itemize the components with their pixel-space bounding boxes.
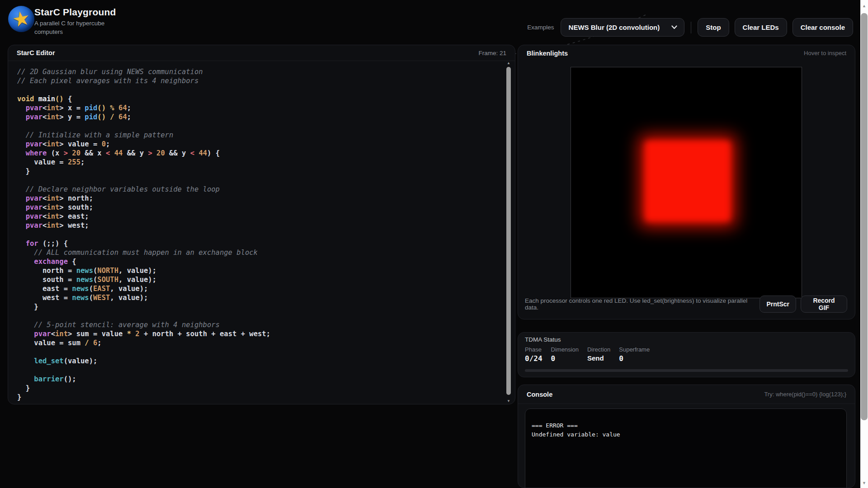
code-line [17,366,515,375]
tdma-progress-bar [525,369,848,372]
code-line: pvar<int> east; [17,212,515,221]
clear-console-button[interactable]: Clear console [793,18,853,37]
console-output[interactable]: === ERROR ===Undefined variable: value [525,408,847,488]
console-try-hint: Try: where(pid()==0) {log(123);} [764,391,846,398]
code-line: west = news(WEST, value); [17,293,515,302]
blinkenlights-title: Blinkenlights [527,50,568,57]
stop-button[interactable]: Stop [698,18,729,37]
code-line [17,176,515,185]
tdma-stat-label: Superframe [619,346,650,353]
tdma-stat-dimension: Dimension0 [551,346,579,363]
clear-leds-button[interactable]: Clear LEDs [735,18,787,37]
code-line: pvar<int> north; [17,194,515,203]
code-line [17,85,515,94]
code-line: pvar<int> west; [17,221,515,230]
code-line: south = news(SOUTH, value); [17,275,515,284]
app-header: ★ StarC Playground A parallel C for hype… [0,0,868,45]
examples-dropdown-value: NEWS Blur (2D convolution) [569,23,660,31]
tdma-stats: Phase0/24Dimension0DirectionSendSuperfra… [525,346,650,363]
page-scrollbar-thumb[interactable] [861,13,868,420]
code-line: pvar<int> south; [17,203,515,212]
code-line: } [17,384,515,393]
code-line: } [17,393,515,402]
code-line [17,311,515,320]
tdma-stat-value: 0 [619,354,650,363]
examples-dropdown[interactable]: NEWS Blur (2D convolution) [561,18,685,37]
led-caption: Each processor controls one red LED. Use… [525,297,760,311]
scroll-up-arrow-icon[interactable]: ▲ [506,61,511,65]
star-icon: ★ [10,7,32,30]
editor-panel: StarC Editor Frame: 21 // 2D Gaussian bl… [8,45,515,404]
code-line: led_set(value); [17,357,515,366]
console-panel: Console Try: where(pid()==0) {log(123);}… [518,385,855,488]
console-line: === ERROR === [532,421,840,430]
code-line: exchange { [17,257,515,266]
tdma-stat-label: Direction [587,346,610,353]
code-line: } [17,167,515,176]
tdma-stat-value: Send [587,354,610,362]
tdma-stat-phase: Phase0/24 [525,346,542,363]
code-line [17,347,515,357]
code-line: value = 255; [17,158,515,167]
editor-title: StarC Editor [17,49,55,56]
code-editor[interactable]: // 2D Gaussian blur using NEWS communica… [8,61,515,404]
code-line: pvar<int> y = pid() / 64; [17,113,515,122]
console-title: Console [527,391,552,398]
toolbar-divider [691,22,691,33]
console-header: Console Try: where(pid()==0) {log(123);} [518,385,855,404]
code-line: // Declare neighbor variables outside th… [17,185,515,194]
hover-to-inspect-hint: Hover to inspect [804,50,846,56]
tdma-stat-value: 0 [551,354,579,363]
console-line: Undefined variable: value [532,430,840,439]
record-gif-button[interactable]: Record GIF [801,296,847,313]
scroll-down-arrow-icon[interactable]: ▼ [506,399,511,403]
code-line: barrier(); [17,375,515,384]
tdma-stat-value: 0/24 [525,354,542,363]
code-line [17,122,515,131]
code-line: // ALL communication must happen in an e… [17,248,515,257]
app-logo: ★ [8,6,34,32]
code-line: pvar<int> sum = value * 2 + north + sout… [17,329,515,338]
code-line: // 2D Gaussian blur using NEWS communica… [17,67,515,76]
code-line [17,230,515,239]
chevron-down-icon [671,25,677,29]
toolbar: Examples NEWS Blur (2D convolution) Stop… [527,18,853,37]
code-line: } [17,302,515,311]
prntscr-button[interactable]: PrntScr [760,296,796,313]
blinkenlights-panel: Blinkenlights Hover to inspect Each proc… [518,45,855,319]
code-line: void main() { [17,94,515,103]
page-scroll-up-arrow-icon[interactable]: ▲ [860,4,868,8]
tdma-stat-label: Dimension [551,346,579,353]
editor-scrollbar[interactable]: ▲ ▼ [506,63,511,401]
led-canvas[interactable] [571,67,802,298]
tdma-stat-label: Phase [525,346,542,353]
blinkenlights-header: Blinkenlights Hover to inspect [518,45,855,61]
code-line: // 5-point stencil: average with 4 neigh… [17,320,515,329]
code-line: // Initialize with a simple pattern [17,131,515,140]
code-line: where (x > 20 && x < 44 && y > 20 && y <… [17,149,515,158]
editor-scrollbar-thumb[interactable] [506,67,511,395]
app-title: StarC Playground [34,7,116,18]
code-line: pvar<int> value = 0; [17,140,515,149]
app-subtitle: A parallel C for hypercube computers [34,19,120,36]
led-red-square [645,141,730,221]
editor-panel-header: StarC Editor Frame: 21 [8,45,515,61]
tdma-status-panel: TDMA Status Phase0/24Dimension0Direction… [518,332,855,377]
page-scrollbar[interactable]: ▲ ▼ [860,0,868,488]
code-line: for (;;) { [17,239,515,248]
frame-counter: Frame: 21 [478,50,506,56]
tdma-stat-direction: DirectionSend [587,346,610,362]
code-line: east = news(EAST, value); [17,284,515,293]
tdma-title: TDMA Status [525,336,561,343]
code-line: value = sum / 6; [17,338,515,347]
page-scroll-down-arrow-icon[interactable]: ▼ [860,481,868,485]
examples-label: Examples [527,24,554,31]
code-line: pvar<int> x = pid() % 64; [17,103,515,113]
blinkenlights-footer: Each processor controls one red LED. Use… [525,295,847,313]
code-line: north = news(NORTH, value); [17,266,515,275]
code-line: // Each pixel averages with its 4 neighb… [17,76,515,85]
tdma-stat-superframe: Superframe0 [619,346,650,363]
